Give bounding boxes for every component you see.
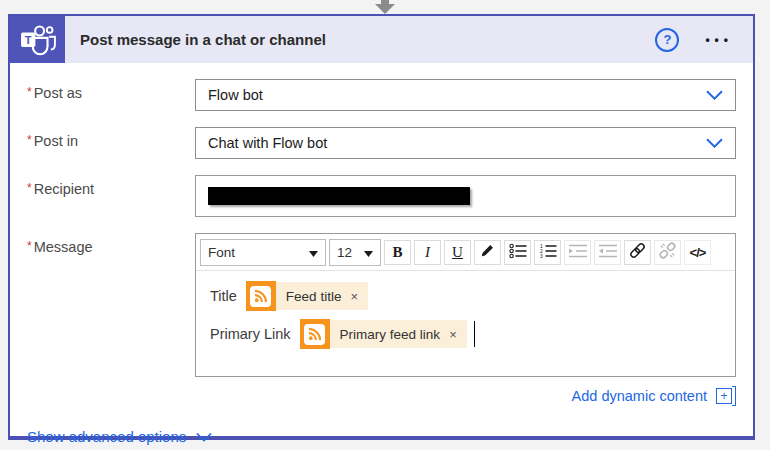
font-family-dropdown[interactable]: Font	[200, 239, 326, 266]
post-in-label: *Post in	[27, 127, 195, 159]
unlink-icon	[658, 241, 677, 263]
redacted-value	[208, 187, 470, 205]
action-card-post-message: T Post message in a chat or channel ? ••…	[8, 14, 755, 440]
required-marker: *	[27, 181, 32, 195]
post-as-value: Flow bot	[208, 87, 263, 103]
text-cursor	[474, 321, 476, 347]
message-line: Primary Link	[210, 318, 721, 350]
dropdown-caret-icon	[309, 245, 318, 260]
underline-button[interactable]: U	[444, 240, 471, 265]
post-as-label: *Post as	[27, 79, 195, 111]
message-row: *Message Font 12 B I U	[27, 233, 736, 406]
post-as-dropdown[interactable]: Flow bot	[195, 79, 736, 111]
link-button[interactable]	[624, 240, 651, 265]
pen-icon	[480, 243, 495, 261]
more-menu-icon[interactable]: •••	[705, 33, 733, 47]
show-advanced-options[interactable]: Show advanced options	[27, 428, 736, 445]
indent-increase-icon	[569, 244, 587, 261]
message-line: Title	[210, 280, 721, 312]
remove-pill-icon[interactable]: ×	[449, 328, 457, 341]
post-as-row: *Post as Flow bot	[27, 79, 736, 111]
indent-decrease-icon	[599, 244, 617, 261]
message-label: *Message	[27, 233, 195, 406]
font-size-dropdown[interactable]: 12	[329, 239, 381, 266]
svg-text:T: T	[24, 34, 31, 46]
highlight-pen-button[interactable]	[474, 240, 501, 265]
connector-arrow	[371, 0, 399, 14]
rss-icon	[246, 281, 276, 311]
remove-pill-icon[interactable]: ×	[350, 290, 358, 303]
code-view-button[interactable]: </>	[684, 240, 711, 265]
numbered-list-button[interactable]: 1 2 3	[534, 240, 561, 265]
add-dynamic-content-link[interactable]: Add dynamic content	[572, 388, 707, 404]
card-header[interactable]: T Post message in a chat or channel ? ••…	[10, 16, 753, 63]
show-advanced-options-label: Show advanced options	[27, 428, 186, 445]
bold-button[interactable]: B	[384, 240, 411, 265]
help-icon[interactable]: ?	[655, 28, 679, 52]
message-text: Primary Link	[210, 326, 291, 342]
dynamic-content-pill-feed-title[interactable]: Feed title ×	[246, 281, 368, 311]
post-in-dropdown[interactable]: Chat with Flow bot	[195, 127, 736, 159]
teams-icon: T	[10, 16, 65, 63]
bullet-list-button[interactable]	[504, 240, 531, 265]
recipient-row: *Recipient	[27, 175, 736, 217]
message-text: Title	[210, 288, 237, 304]
post-in-value: Chat with Flow bot	[208, 135, 327, 151]
rss-icon	[300, 319, 330, 349]
chevron-down-icon	[196, 428, 212, 445]
required-marker: *	[27, 85, 32, 99]
link-icon	[628, 241, 647, 263]
chevron-down-icon	[706, 135, 723, 151]
required-marker: *	[27, 239, 32, 253]
unlink-button[interactable]	[654, 240, 681, 265]
italic-button[interactable]: I	[414, 240, 441, 265]
card-title: Post message in a chat or channel	[80, 31, 326, 48]
message-body[interactable]: Title	[196, 271, 735, 376]
editor-toolbar: Font 12 B I U	[196, 234, 735, 271]
indent-increase-button[interactable]	[564, 240, 591, 265]
chevron-down-icon	[706, 87, 723, 103]
rich-text-editor: Font 12 B I U	[195, 233, 736, 377]
indent-decrease-button[interactable]	[594, 240, 621, 265]
add-dynamic-content-icon[interactable]: +	[716, 386, 736, 406]
post-in-row: *Post in Chat with Flow bot	[27, 127, 736, 159]
pill-label: Primary feed link	[340, 327, 441, 342]
recipient-input[interactable]	[195, 175, 736, 217]
numbered-list-icon: 1 2 3	[539, 243, 557, 262]
bullet-list-icon	[509, 243, 527, 262]
dynamic-content-pill-primary-feed-link[interactable]: Primary feed link ×	[300, 319, 467, 349]
svg-text:3: 3	[540, 253, 543, 259]
recipient-label: *Recipient	[27, 175, 195, 217]
required-marker: *	[27, 133, 32, 147]
pill-label: Feed title	[286, 289, 342, 304]
dropdown-caret-icon	[364, 245, 373, 260]
add-dynamic-content-row: Add dynamic content +	[195, 386, 736, 406]
